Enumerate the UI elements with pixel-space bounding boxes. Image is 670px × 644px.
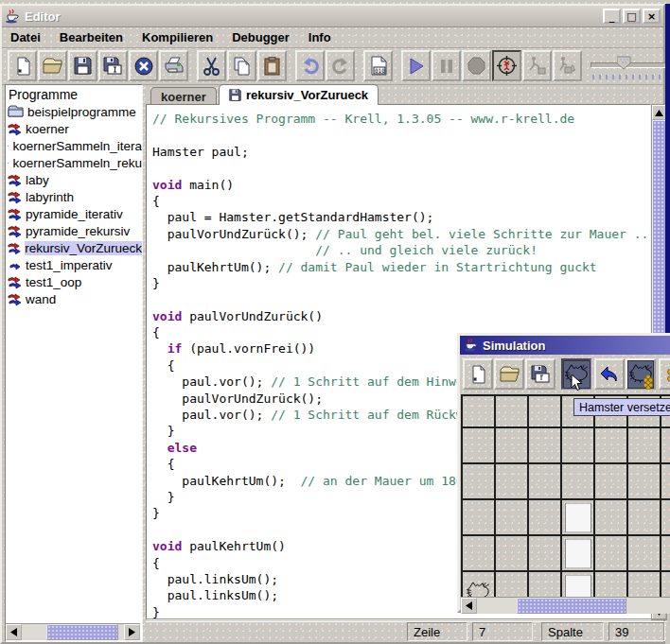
sidebar-item-koernerSammeln_itera[interactable]: koernerSammeln_itera: [6, 137, 142, 154]
sim-scroll-track[interactable]: [477, 598, 670, 614]
grid-cell[interactable]: [496, 500, 527, 534]
territory-grid[interactable]: [461, 394, 670, 608]
menu-kompilieren[interactable]: Kompilieren: [142, 30, 213, 44]
grid-cell[interactable]: [661, 500, 670, 534]
tree-horizontal-scrollbar[interactable]: [6, 623, 140, 640]
save-button[interactable]: [68, 50, 97, 81]
grid-cell[interactable]: [463, 396, 494, 426]
pause-button[interactable]: [432, 50, 461, 81]
menu-debugger[interactable]: Debugger: [232, 30, 290, 44]
run-button[interactable]: [401, 50, 431, 81]
grid-cell[interactable]: [595, 464, 626, 498]
sidebar-item-laby[interactable]: laby: [6, 171, 142, 188]
slider-thumb[interactable]: [617, 56, 631, 70]
sim-open-button[interactable]: [494, 358, 524, 390]
menu-datei[interactable]: Datei: [10, 30, 41, 44]
scroll-up-button[interactable]: [652, 105, 666, 120]
grid-cell[interactable]: [496, 396, 527, 426]
step-over-button[interactable]: [553, 50, 582, 81]
tab-koerner[interactable]: koerner: [150, 87, 217, 105]
sidebar-item-pyramide_rekursiv[interactable]: pyramide_rekursiv: [6, 222, 142, 239]
grid-cell[interactable]: [595, 428, 626, 462]
copy-button[interactable]: [227, 50, 256, 81]
grid-cell[interactable]: [496, 536, 527, 570]
new-file-button[interactable]: [8, 50, 37, 81]
tab-rekursiv-vorzurueck[interactable]: rekursiv_VorZurueck: [219, 84, 379, 105]
grid-cell[interactable]: [628, 500, 660, 534]
sidebar-item-test1_oop[interactable]: test1_oop: [6, 273, 142, 290]
scroll-left-button[interactable]: [461, 598, 477, 614]
minimize-button[interactable]: _: [603, 9, 621, 24]
sidebar-item-koernerSammeln_reku[interactable]: koernerSammeln_reku: [6, 154, 142, 171]
sidebar-item-test1_imperativ[interactable]: test1_imperativ: [6, 256, 142, 273]
grid-cell[interactable]: [529, 464, 560, 498]
save-as-icon: [531, 365, 551, 384]
grid-cell[interactable]: [529, 396, 560, 426]
debug-target-button[interactable]: [492, 50, 521, 81]
grid-cell[interactable]: [595, 536, 626, 570]
close-program-button[interactable]: [129, 50, 158, 81]
cut-button[interactable]: [197, 50, 226, 81]
code-line: {: [152, 193, 650, 209]
paste-button[interactable]: [257, 50, 287, 81]
grid-cell[interactable]: [628, 428, 660, 462]
scroll-left-button[interactable]: [6, 624, 22, 640]
menu-bearbeiten[interactable]: Bearbeiten: [60, 30, 123, 44]
grid-cell[interactable]: [628, 464, 660, 498]
menu-info[interactable]: Info: [309, 30, 331, 44]
grid-cell[interactable]: [562, 500, 593, 534]
run-icon: [407, 57, 426, 76]
speed-slider[interactable]: [591, 52, 666, 80]
status-col-label: Spalte: [541, 622, 604, 641]
maximize-button[interactable]: □: [623, 9, 641, 24]
tree-item-label: koernerSammeln_reku: [12, 156, 142, 170]
grid-cell[interactable]: [463, 464, 494, 498]
sidebar-item-labyrinth[interactable]: labyrinth: [6, 188, 142, 205]
save-as-button[interactable]: [98, 50, 128, 81]
grid-cell[interactable]: [661, 464, 670, 498]
sidebar-item-rekursiv_VorZurueck[interactable]: rekursiv_VorZurueck: [6, 239, 142, 256]
grid-cell[interactable]: [529, 428, 560, 462]
sim-save-button[interactable]: [525, 358, 555, 390]
grid-cell[interactable]: [529, 536, 560, 570]
redo-button[interactable]: [326, 50, 355, 81]
sim-scroll-thumb[interactable]: [517, 598, 626, 614]
sim-corn-button[interactable]: [659, 358, 670, 390]
grid-cell[interactable]: [562, 536, 593, 570]
sim-new-button[interactable]: [463, 358, 493, 390]
grid-cell[interactable]: [463, 428, 494, 462]
grid-cell[interactable]: [562, 464, 593, 498]
open-file-button[interactable]: [38, 50, 67, 81]
tree-scroll-track[interactable]: [22, 624, 124, 640]
simulation-title-bar[interactable]: Simulation: [460, 336, 670, 355]
sidebar-item-wand[interactable]: wand: [6, 290, 142, 307]
grid-cell[interactable]: [496, 428, 527, 462]
sim-hamster-corn-button[interactable]: [626, 358, 656, 390]
tree-scroll-thumb[interactable]: [46, 624, 118, 640]
grid-cell[interactable]: [529, 500, 560, 534]
stop-button[interactable]: [462, 50, 491, 81]
compile-button[interactable]: 010: [363, 50, 393, 81]
scroll-right-button[interactable]: [124, 624, 140, 640]
grid-cell[interactable]: [595, 500, 626, 534]
print-button[interactable]: [159, 50, 188, 81]
sidebar-item-pyramide_iterativ[interactable]: pyramide_iterativ: [6, 205, 142, 222]
step-into-button[interactable]: [522, 50, 552, 81]
sidebar-item-koerner[interactable]: koerner: [6, 120, 142, 137]
undo-button[interactable]: [295, 50, 325, 81]
grid-cell[interactable]: [661, 428, 670, 462]
mouse-cursor: [571, 374, 583, 392]
title-bar[interactable]: Editor _ □ ×: [2, 6, 663, 27]
grid-cell[interactable]: [628, 536, 660, 570]
grid-cell[interactable]: [463, 536, 494, 570]
grid-cell[interactable]: [496, 464, 527, 498]
sim-undo-step-button[interactable]: [594, 358, 625, 390]
grid-cell[interactable]: [562, 428, 593, 462]
grid-cell[interactable]: [463, 500, 494, 534]
close-button[interactable]: ×: [643, 9, 661, 24]
grid-cell[interactable]: [661, 536, 670, 570]
sim-horizontal-scrollbar[interactable]: [461, 597, 670, 614]
tree-root-label: Programme: [6, 85, 142, 103]
tree-item-label: koernerSammeln_itera: [12, 139, 142, 153]
sidebar-item-beispielprogramme[interactable]: beispielprogramme: [6, 103, 142, 120]
